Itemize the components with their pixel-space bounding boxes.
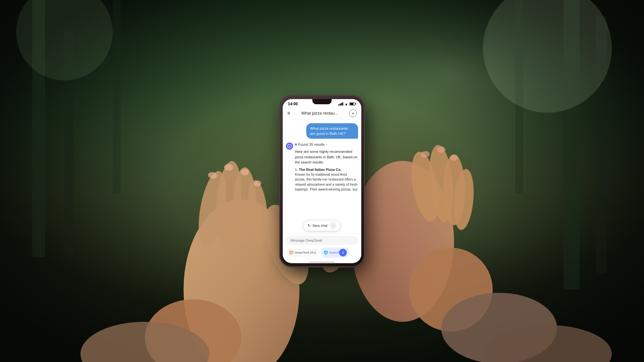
input-area: DeepThink (R1) 🌐 Search +: [283, 234, 361, 260]
restaurant-item-1: 1. The Real Italian Pizza Co. Known for …: [295, 167, 358, 192]
globe-icon: 🌐: [324, 250, 328, 255]
chat-area: What pizza restaurants are good in Bath …: [283, 119, 361, 234]
ai-response-container: Found 35 results › Here are some highly …: [286, 142, 358, 193]
battery-icon: [349, 102, 356, 106]
header-title: What pizza restau...: [290, 111, 349, 116]
phone-notch: [312, 99, 332, 104]
restaurant-name-1: The Real Italian Pizza Co.: [299, 168, 341, 172]
deepthink-button[interactable]: DeepThink (R1): [287, 249, 319, 256]
new-chat-header-button[interactable]: +: [349, 109, 357, 117]
search-results-badge[interactable]: Found 35 results ›: [295, 142, 358, 147]
search-badge-dot: [295, 144, 297, 145]
restaurant-list-number: 1.: [295, 168, 298, 172]
search-label: Search: [329, 251, 339, 254]
new-chat-overlay[interactable]: ↻ New chat ↓: [303, 220, 341, 231]
bottom-toolbar: DeepThink (R1) 🌐 Search +: [286, 247, 358, 259]
phone-device: 14:00 ▲: [280, 96, 364, 266]
ai-intro-text: Here are some highly recommended pizza r…: [295, 149, 358, 165]
ai-avatar: [286, 143, 293, 150]
search-plus-button[interactable]: +: [339, 249, 347, 256]
ai-content: Found 35 results › Here are some highly …: [295, 142, 358, 193]
app-header: ≡ What pizza restau... +: [283, 107, 361, 119]
deepseek-logo-icon: [287, 144, 292, 148]
deepthink-icon: [289, 251, 293, 255]
phone-screen: 14:00 ▲: [283, 99, 361, 263]
scroll-down-button[interactable]: ↓: [329, 222, 336, 229]
menu-icon[interactable]: ≡: [287, 111, 290, 116]
signal-icon: [338, 102, 343, 106]
status-icons: ▲: [338, 102, 356, 106]
search-results-text: Found 35 results: [298, 142, 325, 147]
status-time: 14:00: [288, 102, 298, 106]
wifi-icon: ▲: [345, 102, 348, 106]
chevron-right-icon: ›: [326, 142, 327, 147]
restaurant-desc-1: Known for its traditional wood-fired piz…: [295, 172, 358, 192]
phone-shell: 14:00 ▲: [280, 96, 364, 266]
search-button[interactable]: 🌐 Search +: [321, 247, 349, 258]
new-chat-label: New chat: [313, 224, 327, 227]
message-input[interactable]: [286, 236, 358, 245]
deepthink-label: DeepThink (R1): [295, 251, 316, 254]
new-chat-overlay-icon: ↻: [308, 223, 311, 228]
home-indicator: [309, 262, 335, 263]
user-message-bubble: What pizza restaurants are good in Bath …: [306, 123, 358, 139]
